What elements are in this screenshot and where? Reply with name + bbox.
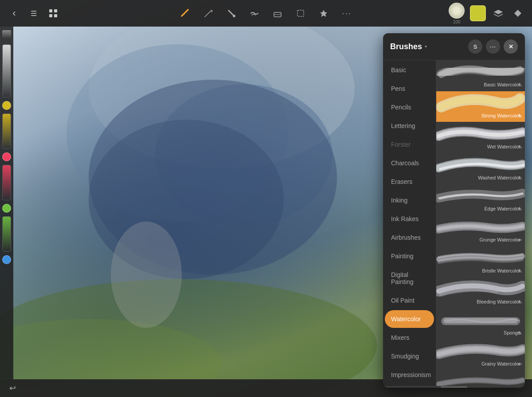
active-color-swatch[interactable] [470, 5, 486, 21]
brush-preview-eraser [436, 370, 525, 386]
category-pens[interactable]: Pens [385, 80, 434, 97]
color-swatch-blue[interactable] [2, 255, 11, 264]
more-tool-btn[interactable]: ··· [340, 6, 354, 20]
brush-name-edge: Edge Watercolor [484, 206, 520, 211]
svg-rect-11 [54, 14, 57, 17]
opacity-slider[interactable] [2, 44, 11, 97]
brush-watercolor-eraser[interactable]: Watercolor Eraser ✎ [436, 370, 525, 386]
menu-button[interactable]: ☰ [27, 6, 41, 20]
brush-name-basic: Basic Watercolor [484, 82, 520, 87]
brush-basic-watercolor[interactable]: Basic Watercolor ✎ [436, 60, 525, 91]
brush-washed-watercolor[interactable]: Washed Watercolor ✎ [436, 153, 525, 184]
brush-panel-header: Brushes • S ··· ✕ [383, 33, 525, 60]
category-mixers[interactable]: Mixers [385, 329, 434, 346]
panel-title: Brushes • [390, 42, 427, 51]
category-oil-paint[interactable]: Oil Paint [385, 292, 434, 309]
color-swatch-red[interactable] [2, 152, 11, 161]
more-options-button[interactable]: ··· [486, 39, 500, 54]
category-charcoals[interactable]: Charcoals [385, 154, 434, 172]
left-sidebar [0, 27, 13, 379]
brush-name-strong: Strong Watercolor [481, 113, 520, 118]
eraser-tool-btn[interactable] [270, 6, 285, 20]
category-digital-painting[interactable]: Digital Painting [385, 266, 434, 291]
svg-point-12 [233, 15, 235, 17]
grid-button[interactable] [46, 6, 60, 20]
category-inking[interactable]: Inking [385, 191, 434, 209]
category-forster[interactable]: Forster [385, 136, 434, 153]
category-airbrushes[interactable]: Airbrushes [385, 229, 434, 246]
panel-scrollbar-thumb [441, 386, 467, 388]
panel-header-icons: S ··· ✕ [468, 39, 518, 54]
brush-name-bristle: Bristle Watercolor [482, 268, 520, 273]
svg-marker-15 [320, 10, 327, 17]
brush-strong-watercolor[interactable]: Strong Watercolor ✎ [436, 91, 525, 122]
brush-size-icon[interactable] [2, 30, 11, 39]
transform-button[interactable] [511, 6, 525, 20]
svg-rect-8 [49, 9, 52, 12]
opacity-slider-2[interactable] [2, 113, 11, 149]
opacity-value: 100 [453, 19, 461, 24]
brush-panel: Brushes • S ··· ✕ Basic Pens Pencils Let… [383, 33, 525, 388]
brush-sponge[interactable]: Sponge ✎ [436, 308, 525, 339]
opacity-slider-3[interactable] [2, 165, 11, 200]
brush-grunge-watercolor[interactable]: Grunge Watercolor ✏ [436, 215, 525, 246]
close-panel-button[interactable]: ✕ [504, 39, 518, 54]
category-basic[interactable]: Basic [385, 61, 434, 79]
category-lettering[interactable]: Lettering [385, 117, 434, 135]
brush-bristle-watercolor[interactable]: Bristle Watercolor ✎ [436, 246, 525, 277]
pencil-tool-btn[interactable] [178, 6, 192, 20]
category-ink-rakes[interactable]: Ink Rakes [385, 210, 434, 228]
brush-name-grainy: Grainy Watercolor [481, 361, 520, 366]
svg-marker-16 [514, 10, 521, 17]
svg-rect-10 [49, 14, 52, 17]
smudge-tool-btn[interactable] [247, 6, 262, 20]
undo-button[interactable]: ↩ [5, 381, 20, 395]
layers-button[interactable] [491, 6, 505, 20]
toolbar: ‹ ☰ [0, 0, 532, 27]
category-smudging[interactable]: Smudging [385, 347, 434, 365]
svg-point-7 [111, 222, 182, 328]
brush-preview-bristle [436, 246, 525, 268]
brush-name-grunge: Grunge Watercolor [479, 237, 520, 242]
svg-rect-9 [54, 9, 57, 12]
brush-name-washed: Washed Watercolor [478, 175, 520, 180]
category-pencils[interactable]: Pencils [385, 98, 434, 116]
selection-tool-btn[interactable] [293, 6, 308, 20]
category-painting[interactable]: Painting [385, 247, 434, 265]
color-swatch-yellow[interactable] [2, 101, 11, 110]
brush-preview-basic [436, 60, 525, 82]
panel-scrollbar[interactable] [383, 386, 525, 388]
fill-tool-btn[interactable] [224, 6, 239, 20]
category-list: Basic Pens Pencils Lettering Forster Cha… [383, 60, 436, 386]
brush-preview-washed [436, 153, 525, 175]
brush-panel-content: Basic Pens Pencils Lettering Forster Cha… [383, 60, 525, 386]
opacity-slider-4[interactable] [2, 216, 11, 252]
brush-grainy-watercolor[interactable]: Grainy Watercolor ✏ [436, 339, 525, 370]
color-picker-icon[interactable] [449, 3, 465, 19]
color-swatch-green[interactable] [2, 204, 11, 213]
panel-title-text: Brushes [390, 42, 422, 51]
category-watercolor[interactable]: Watercolor [385, 310, 434, 328]
brush-name-sponge: Sponge [504, 330, 520, 335]
brush-preview-bleeding [436, 277, 525, 299]
category-impressionism[interactable]: Impressionism [385, 366, 434, 384]
svg-rect-14 [297, 10, 304, 16]
brush-bleeding-watercolor[interactable]: Bleeding Watercolor ✎ [436, 277, 525, 308]
brush-preview-sponge [436, 308, 525, 330]
brush-preview-strong [436, 91, 525, 113]
pen-tool-btn[interactable] [201, 6, 215, 20]
back-button[interactable]: ‹ [7, 6, 21, 20]
brush-wet-watercolor[interactable]: Wet Watercolor ✎ [436, 122, 525, 153]
panel-dot: • [425, 43, 427, 50]
favorites-tool-btn[interactable] [317, 6, 331, 20]
brush-preview-grunge [436, 215, 525, 237]
brush-preview-wet [436, 122, 525, 144]
share-button[interactable]: S [468, 39, 482, 54]
brush-preview-edge [436, 184, 525, 206]
brush-list: Basic Watercolor ✎ Strong Watercolor ✎ [436, 60, 525, 386]
brush-preview-grainy [436, 339, 525, 361]
brush-name-wet: Wet Watercolor [487, 144, 520, 149]
category-erasers[interactable]: Erasers [385, 173, 434, 191]
brush-name-bleeding: Bleeding Watercolor [477, 299, 520, 304]
brush-edge-watercolor[interactable]: Edge Watercolor ✎ [436, 184, 525, 215]
